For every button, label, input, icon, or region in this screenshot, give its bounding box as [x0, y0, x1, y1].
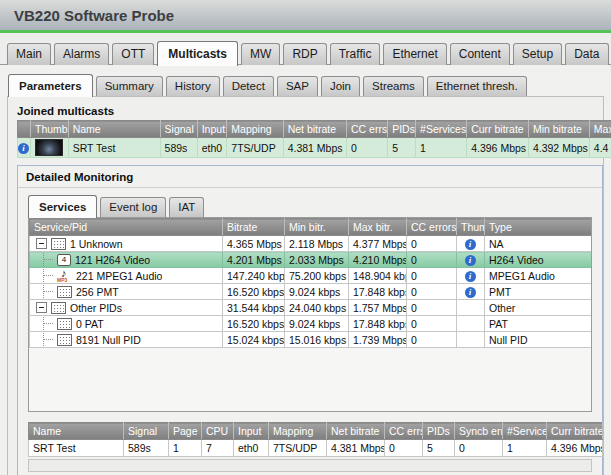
cell-min-bitrate: 4.392 Mbps — [528, 138, 589, 158]
joined-multicasts-table-wrap: Thumb Name Signal Input Mapping Net bitr… — [17, 120, 611, 158]
cell-max-bitr: 17.848 kbps — [349, 284, 407, 300]
services-header-row: Service/Pid Bitrate Min bitr. Max bitr. … — [30, 219, 593, 236]
column-header-services: #Services — [416, 121, 467, 138]
cell-cc-errors: 0 — [407, 316, 457, 332]
column-header-signal: Signal — [124, 423, 169, 440]
stream-summary-table: Name Signal Page CPU Input Mapping Net b… — [28, 422, 603, 457]
cell-services: 1 — [416, 138, 467, 158]
cell-min-bitr: 9.024 kbps — [285, 316, 349, 332]
cell-name: SRT Test — [68, 138, 160, 158]
tree-collapse-icon[interactable] — [36, 238, 47, 249]
column-header-max-bitr: Max bitr. — [349, 219, 407, 236]
service-row-other-pids[interactable]: Other PIDs 31.544 kbps 24.040 kbps 1.757… — [30, 300, 593, 316]
detailed-monitoring-title: Detailed Monitoring — [18, 166, 602, 188]
main-tab-rdp[interactable]: RDP — [283, 43, 326, 65]
cell-net-bitrate: 4.381 Mbps — [283, 138, 346, 158]
empty-row-strip — [28, 459, 592, 472]
service-row-pmt[interactable]: 256 PMT 16.520 kbps 9.024 kbps 17.848 kb… — [30, 284, 593, 300]
sub-tab-detect[interactable]: Detect — [223, 76, 274, 96]
service-table-icon — [51, 238, 66, 250]
sub-tab-streams[interactable]: Streams — [363, 76, 424, 96]
joined-multicasts-label: Joined multicasts — [17, 105, 603, 117]
sub-tab-join[interactable]: Join — [321, 76, 360, 96]
monitoring-tab-iat[interactable]: IAT — [169, 197, 204, 217]
stream-thumbnail[interactable] — [35, 139, 63, 156]
cell-page: 1 — [169, 440, 202, 457]
service-row-unknown[interactable]: 1 Unknown 4.365 Mbps 2.118 Mbps 4.377 Mb… — [30, 236, 593, 252]
service-label: 1 Unknown — [70, 238, 123, 250]
main-tab-setup[interactable]: Setup — [513, 43, 562, 65]
service-row-null-pid[interactable]: 8191 Null PID 15.024 kbps 15.016 kbps 1.… — [30, 332, 593, 348]
main-tab-mw[interactable]: MW — [241, 43, 280, 65]
column-header-net-bitrate: Net bitrate — [283, 121, 346, 138]
multicasts-panel: Parameters Summary History Detect SAP Jo… — [0, 64, 611, 475]
cell-name: SRT Test — [29, 440, 124, 457]
service-label: 221 MPEG1 Audio — [76, 270, 162, 282]
monitoring-tab-services[interactable]: Services — [28, 195, 97, 218]
main-tab-traffic[interactable]: Traffic — [330, 43, 381, 65]
service-row-h264-video[interactable]: 121 H264 Video 4.201 Mbps 2.033 Mbps 4.2… — [30, 252, 593, 268]
service-row-mpeg1-audio[interactable]: 221 MPEG1 Audio 147.240 kbps 75.200 kbps… — [30, 268, 593, 284]
main-tab-multicasts[interactable]: Multicasts — [157, 41, 238, 66]
main-tab-alarms[interactable]: Alarms — [54, 43, 109, 65]
cell-min-bitr: 2.033 Mbps — [285, 252, 349, 268]
main-tab-ott[interactable]: OTT — [112, 43, 154, 65]
sub-tab-ethernet-thresh[interactable]: Ethernet thresh. — [427, 76, 527, 96]
info-icon[interactable] — [465, 239, 476, 250]
cell-bitrate: 4.201 Mbps — [223, 252, 285, 268]
pid-table-icon — [57, 286, 72, 298]
cell-max-bitrate: 4.4 — [589, 138, 611, 158]
cell-cc-errors: 0 — [407, 332, 457, 348]
multicast-row[interactable]: SRT Test 589s eth0 7TS/UDP 4.381 Mbps 0 … — [18, 138, 611, 158]
column-header-name: Name — [29, 423, 124, 440]
column-header-curr-bitrate: Curr bitrate — [467, 121, 529, 138]
cell-cc-errs: 0 — [385, 440, 423, 457]
column-header-input: Input — [197, 121, 227, 138]
cell-max-bitr: 4.377 Mbps — [349, 236, 407, 252]
cell-min-bitr: 24.040 kbps — [285, 300, 349, 316]
detailed-monitoring-panel: Detailed Monitoring Services Event log I… — [17, 165, 603, 475]
sub-tab-sap[interactable]: SAP — [277, 76, 318, 96]
column-header-min-bitrate: Min bitrate — [528, 121, 589, 138]
vb220-app: { "app": { "title": "VB220 Software Prob… — [0, 0, 611, 475]
column-header-curr-bitrate: Curr bitrate — [547, 423, 603, 440]
cell-type: Null PID — [485, 332, 593, 348]
tree-collapse-icon[interactable] — [36, 302, 47, 313]
cell-pids: 5 — [388, 138, 416, 158]
cell-bitrate: 31.544 kbps — [223, 300, 285, 316]
sub-tab-summary[interactable]: Summary — [96, 76, 163, 96]
tree-branch-line — [38, 285, 53, 298]
joined-multicasts-header-row: Thumb Name Signal Input Mapping Net bitr… — [18, 121, 611, 138]
monitoring-tab-event-log[interactable]: Event log — [100, 197, 166, 217]
cell-max-bitr: 148.904 kbps — [349, 268, 407, 284]
service-row-pat[interactable]: 0 PAT 16.520 kbps 9.024 kbps 17.848 kbps… — [30, 316, 593, 332]
video-pid-icon — [57, 254, 71, 266]
main-tab-ethernet[interactable]: Ethernet — [383, 43, 446, 65]
column-header-cc-errs: CC errs — [385, 423, 423, 440]
sub-tab-history[interactable]: History — [166, 76, 220, 96]
cell-input: eth0 — [234, 440, 269, 457]
cell-signal: 589s — [124, 440, 169, 457]
service-label: 8191 Null PID — [76, 334, 141, 346]
stream-header-row: Name Signal Page CPU Input Mapping Net b… — [29, 423, 603, 440]
stream-row[interactable]: SRT Test 589s 1 7 eth0 7TS/UDP 4.381 Mbp… — [29, 440, 603, 457]
info-icon[interactable] — [18, 143, 29, 154]
services-table: Service/Pid Bitrate Min bitr. Max bitr. … — [29, 218, 592, 348]
cell-cc-errors: 0 — [407, 284, 457, 300]
cell-cc-errors: 0 — [407, 252, 457, 268]
main-tab-content[interactable]: Content — [450, 43, 510, 65]
info-icon[interactable] — [465, 255, 476, 266]
service-label: 121 H264 Video — [75, 254, 150, 266]
service-table-icon — [51, 302, 66, 314]
column-header-pids: PIDs — [423, 423, 455, 440]
cell-type: MPEG1 Audio — [485, 268, 593, 284]
info-icon[interactable] — [465, 271, 476, 282]
column-header-thumb: Thumb — [31, 121, 69, 138]
cell-max-bitr: 4.210 Mbps — [349, 252, 407, 268]
info-icon[interactable] — [465, 287, 476, 298]
main-tab-main[interactable]: Main — [7, 43, 51, 65]
sub-tab-parameters[interactable]: Parameters — [8, 74, 93, 97]
main-tab-data[interactable]: Data — [565, 43, 608, 65]
cell-bitrate: 16.520 kbps — [223, 284, 285, 300]
cell-max-bitr: 1.757 Mbps — [349, 300, 407, 316]
